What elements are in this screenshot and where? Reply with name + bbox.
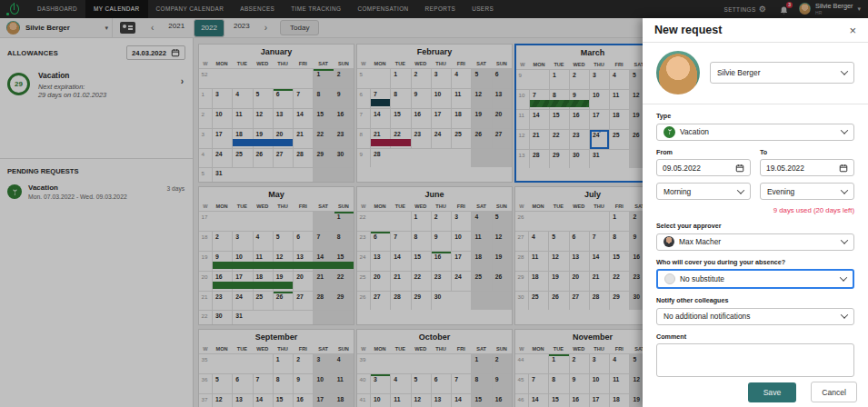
app-root: DASHBOARDMY CALENDARCOMPANY CALENDARABSE…	[0, 0, 868, 407]
substitute-label: Who will cover you during your absence?	[656, 258, 854, 266]
to-time-select[interactable]: Evening	[760, 183, 854, 200]
from-date-input[interactable]: 09.05.2022	[656, 159, 751, 176]
type-select[interactable]: Vacation	[656, 124, 854, 141]
calendar-icon	[735, 164, 744, 173]
to-date-value: 19.05.2022	[766, 164, 804, 173]
chevron-down-icon	[841, 311, 848, 318]
request-user-value: Silvie Berger	[717, 68, 760, 77]
substitute-placeholder-avatar	[664, 273, 675, 284]
notify-label: Notify other colleagues	[656, 296, 854, 304]
substitute-select[interactable]: No substitute	[656, 269, 854, 289]
to-label: To	[760, 148, 854, 156]
request-user-avatar	[656, 51, 700, 94]
approver-label: Select your approver	[656, 222, 854, 230]
days-used-info: 9 days used (20 days left)	[656, 206, 854, 214]
to-date-input[interactable]: 19.05.2022	[760, 159, 854, 176]
modal-footer: Save Cancel	[643, 377, 868, 407]
approver-value: Max Macher	[679, 237, 721, 246]
substitute-value: No substitute	[680, 274, 724, 283]
from-label: From	[656, 148, 751, 156]
chevron-down-icon	[840, 273, 847, 281]
comment-label: Comment	[656, 333, 854, 341]
close-icon[interactable]: ×	[849, 25, 856, 36]
approver-select[interactable]: Max Macher	[656, 233, 854, 251]
to-time-value: Evening	[767, 187, 794, 196]
cancel-button[interactable]: Cancel	[811, 382, 857, 402]
chevron-down-icon	[841, 67, 848, 74]
calendar-icon	[839, 164, 848, 173]
request-user-select[interactable]: Silvie Berger	[710, 62, 854, 84]
new-request-modal: New request × Silvie Berger Type Vacatio…	[643, 18, 868, 407]
notify-value: No additional notifications	[663, 312, 750, 321]
from-time-select[interactable]: Morning	[656, 183, 751, 200]
notify-select[interactable]: No additional notifications	[656, 308, 854, 325]
chevron-down-icon	[841, 186, 848, 194]
save-button[interactable]: Save	[748, 382, 797, 402]
type-value: Vacation	[680, 127, 709, 136]
type-label: Type	[656, 112, 854, 120]
from-date-value: 09.05.2022	[663, 164, 701, 173]
from-time-value: Morning	[663, 187, 691, 196]
chevron-down-icon	[841, 236, 848, 243]
modal-title: New request	[654, 24, 722, 36]
divider	[643, 104, 868, 104]
chevron-down-icon	[737, 186, 744, 194]
vacation-palm-icon	[663, 126, 675, 138]
approver-avatar	[663, 236, 674, 247]
comment-textarea[interactable]	[656, 343, 854, 377]
chevron-down-icon	[841, 126, 848, 134]
